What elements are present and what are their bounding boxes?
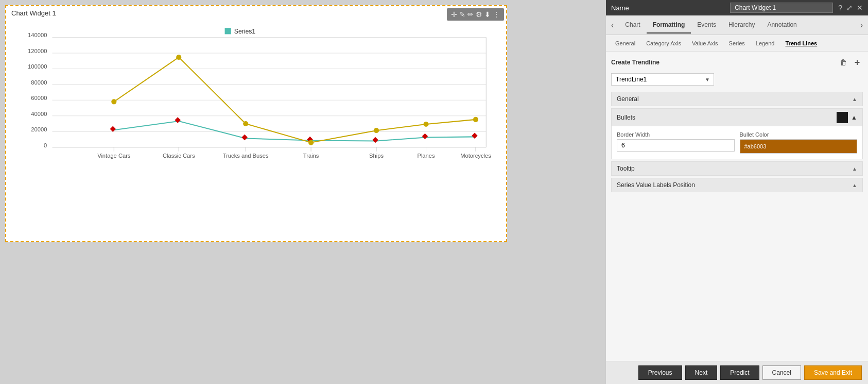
cancel-button[interactable]: Cancel — [762, 365, 801, 380]
series-value-labels-header[interactable]: Series Value Labels Position ▲ — [612, 178, 862, 192]
close-icon[interactable]: ✕ — [857, 4, 863, 12]
chart-widget: Chart Widget 1 ✛ ✎ ✏ ⚙ ⬇ ⋮ Series1 14000… — [5, 5, 507, 242]
trendline-select-row: TrendLine1 ▼ — [611, 73, 863, 86]
sub-tab-series[interactable]: Series — [725, 38, 749, 48]
svg-text:Trucks and Buses: Trucks and Buses — [223, 153, 269, 159]
tooltip-chevron: ▲ — [852, 166, 857, 172]
svg-text:0: 0 — [44, 142, 47, 148]
general-label: General — [617, 95, 639, 103]
svg-point-37 — [374, 128, 379, 133]
svg-text:Trains: Trains — [303, 153, 319, 159]
panel-footer: Previous Next Predict Cancel Save and Ex… — [606, 361, 868, 384]
bullets-chevron: ▲ — [851, 114, 857, 121]
border-width-input[interactable] — [617, 139, 735, 152]
series-value-labels-section: Series Value Labels Position ▲ — [611, 178, 863, 192]
predict-button[interactable]: Predict — [720, 365, 759, 380]
bullet-color-group: Bullet Color #ab6003 — [740, 131, 858, 154]
bullets-body: Border Width Bullet Color #ab6003 — [612, 126, 862, 159]
svg-text:140000: 140000 — [28, 32, 47, 38]
border-color-row: Border Width Bullet Color #ab6003 — [617, 131, 857, 154]
chart-toolbar: ✛ ✎ ✏ ⚙ ⬇ ⋮ — [447, 8, 504, 21]
bullet-color-label: Bullet Color — [740, 131, 858, 138]
svg-point-38 — [423, 122, 428, 127]
svg-point-33 — [111, 99, 116, 104]
general-section-header[interactable]: General ▲ — [612, 92, 862, 106]
svg-text:Classic Cars: Classic Cars — [163, 153, 195, 159]
series-value-labels-chevron: ▲ — [852, 182, 857, 188]
more-icon[interactable]: ⋮ — [493, 10, 500, 19]
sub-tab-legend[interactable]: Legend — [752, 38, 779, 48]
svg-rect-0 — [225, 28, 231, 34]
right-panel: Name ? ⤢ ✕ ‹ Chart Formatting Events Hie… — [605, 0, 868, 384]
svg-point-35 — [243, 121, 248, 126]
svg-text:Ships: Ships — [369, 153, 384, 159]
general-section: General ▲ — [611, 92, 863, 106]
tab-formatting[interactable]: Formatting — [647, 17, 691, 34]
svg-point-34 — [176, 55, 181, 60]
trendline-select-wrapper: TrendLine1 ▼ — [611, 73, 714, 86]
chart-canvas: Series1 140000 120000 100000 80000 60000… — [6, 22, 506, 226]
svg-rect-26 — [110, 126, 116, 131]
svg-text:120000: 120000 — [28, 48, 47, 54]
svg-text:40000: 40000 — [31, 111, 47, 117]
create-trendline-row: Create Trendline 🗑 + — [611, 57, 863, 68]
panel-header: Name ? ⤢ ✕ — [606, 0, 868, 15]
svg-rect-30 — [372, 137, 378, 143]
svg-point-36 — [308, 140, 314, 145]
draw-icon[interactable]: ✎ — [459, 10, 465, 19]
help-icon[interactable]: ? — [838, 4, 842, 12]
svg-rect-32 — [472, 133, 477, 139]
add-trendline-btn[interactable]: + — [852, 57, 863, 68]
tooltip-section-header[interactable]: Tooltip ▲ — [612, 162, 862, 175]
tooltip-label: Tooltip — [617, 165, 635, 172]
edit-icon[interactable]: ✏ — [467, 10, 474, 19]
tab-events[interactable]: Events — [691, 17, 722, 34]
sub-tab-general[interactable]: General — [611, 38, 639, 48]
svg-text:Motorcycles: Motorcycles — [460, 153, 491, 159]
trendline-select[interactable]: TrendLine1 — [611, 73, 714, 86]
border-width-group: Border Width — [617, 131, 735, 152]
tab-hierarchy[interactable]: Hierarchy — [722, 17, 761, 34]
save-exit-button[interactable]: Save and Exit — [804, 365, 862, 380]
svg-text:Planes: Planes — [417, 153, 435, 159]
svg-rect-28 — [241, 135, 247, 140]
bullets-color-box[interactable] — [837, 112, 848, 123]
next-button[interactable]: Next — [685, 365, 718, 380]
tab-chart[interactable]: Chart — [619, 17, 646, 34]
chart-area: Chart Widget 1 ✛ ✎ ✏ ⚙ ⬇ ⋮ Series1 14000… — [0, 0, 605, 384]
sub-tab-trend-lines[interactable]: Trend Lines — [781, 38, 821, 48]
settings-icon[interactable]: ⚙ — [476, 10, 482, 19]
bullet-color-swatch[interactable]: #ab6003 — [740, 139, 858, 154]
tab-back-btn[interactable]: ‹ — [609, 20, 616, 31]
tab-annotation[interactable]: Annotation — [761, 17, 803, 34]
tooltip-section: Tooltip ▲ — [611, 161, 863, 176]
general-chevron: ▲ — [852, 96, 857, 102]
delete-trendline-btn[interactable]: 🗑 — [838, 57, 849, 68]
download-icon[interactable]: ⬇ — [484, 10, 491, 19]
sub-tab-category-axis[interactable]: Category Axis — [642, 38, 685, 48]
svg-text:100000: 100000 — [28, 63, 47, 70]
move-icon[interactable]: ✛ — [451, 10, 457, 19]
widget-name-input[interactable] — [730, 3, 833, 13]
trendline-actions: 🗑 + — [838, 57, 863, 68]
sub-tab-value-axis[interactable]: Value Axis — [688, 38, 722, 48]
bullets-section-header[interactable]: Bullets ▲ — [612, 109, 862, 126]
svg-text:60000: 60000 — [31, 95, 47, 101]
resize-icon[interactable]: ⤢ — [846, 4, 853, 12]
panel-name-label: Name — [611, 4, 730, 12]
previous-button[interactable]: Previous — [638, 365, 682, 380]
svg-text:80000: 80000 — [31, 79, 47, 86]
svg-text:Series1: Series1 — [234, 28, 256, 35]
svg-text:20000: 20000 — [31, 126, 47, 132]
bullets-label: Bullets — [617, 114, 635, 121]
tabs-nav: ‹ Chart Formatting Events Hierarchy Anno… — [606, 15, 868, 35]
panel-content: Create Trendline 🗑 + TrendLine1 ▼ Genera… — [606, 52, 868, 361]
svg-rect-27 — [175, 117, 180, 123]
svg-text:Vintage Cars: Vintage Cars — [97, 153, 131, 159]
series-value-labels-label: Series Value Labels Position — [617, 181, 695, 189]
svg-point-39 — [473, 117, 478, 122]
svg-rect-31 — [422, 133, 428, 139]
bullets-section: Bullets ▲ Border Width Bullet Color #ab6… — [611, 108, 863, 159]
tab-forward-btn[interactable]: › — [858, 20, 865, 31]
chart-widget-title: Chart Widget 1 — [11, 9, 56, 17]
